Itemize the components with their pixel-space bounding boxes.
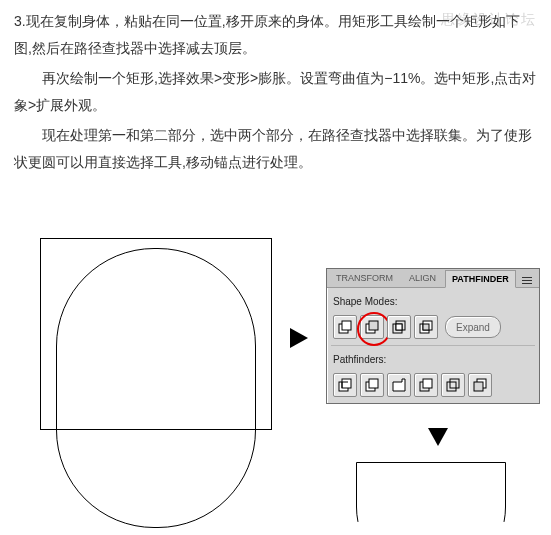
svg-rect-11 — [342, 379, 351, 388]
svg-rect-1 — [342, 321, 351, 330]
exclude-icon[interactable] — [414, 315, 438, 339]
paragraph-2: 再次绘制一个矩形,选择效果>变形>膨胀。设置弯曲值为−11%。选中矩形,点击对象… — [14, 65, 537, 118]
svg-rect-17 — [423, 379, 432, 388]
trim-icon[interactable] — [360, 373, 384, 397]
pathfinders-row — [327, 371, 539, 403]
pathfinders-label: Pathfinders: — [327, 346, 539, 371]
minus-back-icon[interactable] — [468, 373, 492, 397]
example-rounded-body — [56, 248, 256, 528]
svg-rect-15 — [369, 379, 378, 388]
panel-tabs: TRANSFORM ALIGN PATHFINDER — [327, 269, 539, 288]
unite-icon[interactable] — [333, 315, 357, 339]
tab-pathfinder[interactable]: PATHFINDER — [445, 270, 516, 288]
pathfinder-panel: TRANSFORM ALIGN PATHFINDER Shape Modes: … — [326, 268, 540, 404]
paragraph-1: 3.现在复制身体，粘贴在同一位置,移开原来的身体。用矩形工具绘制一个矩形如下图,… — [14, 8, 537, 61]
intersect-icon[interactable] — [387, 315, 411, 339]
expand-button[interactable]: Expand — [445, 316, 501, 338]
panel-menu-icon[interactable] — [522, 273, 539, 287]
tab-align[interactable]: ALIGN — [402, 269, 443, 287]
crop-icon[interactable] — [414, 373, 438, 397]
shape-modes-row: Expand — [327, 313, 539, 345]
outline-icon[interactable] — [441, 373, 465, 397]
svg-rect-9 — [423, 324, 429, 330]
minus-front-icon[interactable] — [360, 315, 384, 339]
shape-modes-label: Shape Modes: — [327, 288, 539, 313]
svg-rect-6 — [396, 324, 402, 330]
result-shape — [356, 462, 506, 522]
svg-rect-3 — [369, 321, 378, 330]
merge-icon[interactable] — [387, 373, 411, 397]
svg-rect-21 — [474, 382, 483, 391]
svg-rect-18 — [447, 382, 456, 391]
svg-rect-19 — [450, 379, 459, 388]
tab-transform[interactable]: TRANSFORM — [329, 269, 400, 287]
illustration-area: TRANSFORM ALIGN PATHFINDER Shape Modes: … — [0, 228, 551, 528]
arrow-down-icon — [428, 428, 448, 446]
paragraph-3: 现在处理第一和第二部分，选中两个部分，在路径查找器中选择联集。为了使形状更圆可以… — [14, 122, 537, 175]
arrow-right-icon — [290, 328, 308, 348]
divide-icon[interactable] — [333, 373, 357, 397]
